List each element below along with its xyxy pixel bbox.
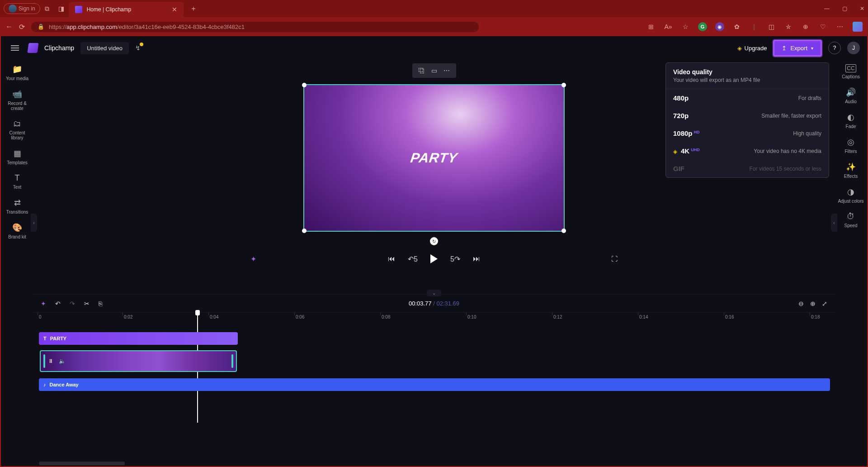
rewind-5-button[interactable]: ↶5 xyxy=(408,255,418,263)
workspaces-icon[interactable]: ⧉ xyxy=(45,5,49,13)
preview-overlay-text: PARTY xyxy=(410,150,459,166)
export-option-desc: For videos 15 seconds or less xyxy=(750,166,821,172)
sidebar-item-filters[interactable]: ◎Filters xyxy=(836,137,865,154)
duplicate-button[interactable]: ⎘ xyxy=(99,300,102,307)
sidebar-item-fade[interactable]: ◐Fade xyxy=(836,112,865,129)
project-title-input[interactable]: Untitled video xyxy=(80,42,129,54)
copilot-icon[interactable] xyxy=(853,22,863,32)
browser-tab[interactable]: Home | Clipchamp ✕ xyxy=(69,2,184,17)
timeline-tracks: T PARTY ⏸ 🔈 ♪ Dance Away xyxy=(33,323,835,392)
read-aloud-icon[interactable]: A» xyxy=(664,22,673,31)
collections-icon[interactable]: ⊕ xyxy=(801,22,810,31)
zoom-fit-button[interactable]: ⤢ xyxy=(822,300,827,307)
fullscreen-button[interactable]: ⛶ xyxy=(611,255,618,262)
play-button[interactable] xyxy=(430,254,438,263)
minimize-button[interactable]: — xyxy=(824,5,830,12)
timeline-toolbar: ✦ ↶ ↷ ✂ ⎘ 00:03.77 / 02:31.69 ⊖ ⊕ ⤢ xyxy=(33,294,835,312)
clipchamp-app: Clipchamp Untitled video ↯ ◈ Upgrade ↥ E… xyxy=(0,36,868,467)
resize-handle-bl[interactable] xyxy=(302,229,307,233)
more-icon[interactable]: ⋯ xyxy=(835,22,844,31)
browser-essentials-icon[interactable]: ♡ xyxy=(818,22,827,31)
url-text: https://app.clipchamp.com/editor/3a41c16… xyxy=(49,24,245,30)
favorite-icon[interactable]: ☆ xyxy=(681,22,690,31)
grammarly-icon[interactable]: G xyxy=(698,22,707,31)
tab-close-icon[interactable]: ✕ xyxy=(172,6,177,13)
text-clip[interactable]: T PARTY xyxy=(39,332,238,345)
ai-edit-button[interactable]: ✦ xyxy=(41,300,46,307)
sidebar-item-your-media[interactable]: 📁Your media xyxy=(3,64,32,81)
sidebar-item-content-library[interactable]: 🗂Content library xyxy=(3,119,32,140)
sidebar-item-templates[interactable]: ▦Templates xyxy=(3,148,32,165)
back-button[interactable]: ← xyxy=(5,23,13,31)
extension-icon[interactable]: ◉ xyxy=(715,22,724,31)
export-option-480p[interactable]: 480pFor drafts xyxy=(666,89,829,107)
diamond-icon: ◈ xyxy=(673,148,677,155)
volume-icon[interactable]: 🔈 xyxy=(59,358,66,364)
resize-handle-tl[interactable] xyxy=(302,83,307,87)
more-options-button[interactable]: ⋯ xyxy=(443,67,450,74)
split-button[interactable]: ✂ xyxy=(84,300,90,307)
resize-handle-tr[interactable] xyxy=(561,83,566,87)
url-input[interactable]: 🔒 https://app.clipchamp.com/editor/3a41c… xyxy=(31,22,479,32)
export-option-desc: Smaller file, faster export xyxy=(761,113,821,119)
favorites-bar-icon[interactable]: ✮ xyxy=(784,22,793,31)
playback-controls: ✦ ⏮ ↶5 5↷ ⏭ ⛶ xyxy=(33,254,835,263)
export-option-gif: GIFFor videos 15 seconds or less xyxy=(666,160,829,177)
sync-status-icon[interactable]: ↯ xyxy=(135,44,141,52)
zoom-in-button[interactable]: ⊕ xyxy=(810,300,816,307)
extensions-icon[interactable]: ✿ xyxy=(732,22,741,31)
timeline-scrollbar[interactable] xyxy=(39,462,125,465)
undo-button[interactable]: ↶ xyxy=(55,300,61,307)
sidebar-item-record[interactable]: 📹Record & create xyxy=(3,89,32,111)
sidebar-item-adjust-colors[interactable]: ◑Adjust colors xyxy=(836,187,865,204)
upgrade-button[interactable]: ◈ Upgrade xyxy=(737,45,767,52)
app-available-icon[interactable]: ⊞ xyxy=(646,22,656,31)
upgrade-label: Upgrade xyxy=(745,45,767,52)
export-option-4k[interactable]: ◈4KUHDYour video has no 4K media xyxy=(666,142,829,160)
crop-button[interactable]: ⿻ xyxy=(419,67,425,74)
export-option-desc: High quality xyxy=(793,130,821,137)
video-preview[interactable]: PARTY ↻ xyxy=(303,84,565,232)
export-option-1080p[interactable]: 1080pHDHigh quality xyxy=(666,124,829,142)
export-button[interactable]: ↥ Export ▾ xyxy=(773,40,822,57)
resize-handle-br[interactable] xyxy=(561,229,566,233)
clip-trim-left[interactable] xyxy=(43,354,45,368)
skip-end-button[interactable]: ⏭ xyxy=(473,255,480,263)
lock-icon: 🔒 xyxy=(38,24,44,30)
menu-button[interactable] xyxy=(8,43,22,53)
sidebar-item-brand-kit[interactable]: 🎨Brand kit xyxy=(3,223,32,239)
close-window-button[interactable]: ✕ xyxy=(860,5,864,12)
new-tab-button[interactable]: ＋ xyxy=(190,4,197,14)
sidebar-item-transitions[interactable]: ⇄Transitions xyxy=(3,198,32,214)
maximize-button[interactable]: ▢ xyxy=(842,5,847,12)
tab-actions-icon[interactable]: ◨ xyxy=(58,5,64,12)
sidebar-item-audio[interactable]: 🔊Audio xyxy=(836,87,865,104)
help-button[interactable]: ? xyxy=(828,42,841,54)
ruler-tick: 0:14 xyxy=(639,315,648,319)
zoom-out-button[interactable]: ⊖ xyxy=(798,300,804,307)
audio-clip[interactable]: ♪ Dance Away xyxy=(39,378,830,391)
timeline-collapse-button[interactable]: ⌄ xyxy=(427,290,441,296)
=[interactable]: ⏸ xyxy=(48,358,53,364)
export-option-720p[interactable]: 720pSmaller file, faster export xyxy=(666,107,829,124)
timeline-ruler[interactable]: 00:020:040:060:080:100:120:140:160:18 xyxy=(33,312,835,323)
export-option-label: 4K xyxy=(681,147,689,155)
sidebar-item-speed[interactable]: ⏱Speed xyxy=(836,212,865,228)
user-avatar[interactable]: J xyxy=(847,42,860,54)
export-quality-menu: Video quality Your video will export as … xyxy=(665,62,829,178)
skip-start-button[interactable]: ⏮ xyxy=(388,255,395,263)
sidebar-item-effects[interactable]: ✨Effects xyxy=(836,162,865,179)
video-clip[interactable]: ⏸ 🔈 xyxy=(40,350,237,372)
avatar-icon xyxy=(9,5,17,13)
ai-sparkle-button[interactable]: ✦ xyxy=(250,255,256,263)
redo-button[interactable]: ↷ xyxy=(70,300,75,307)
refresh-button[interactable]: ⟳ xyxy=(19,23,25,31)
signin-button[interactable]: Sign in xyxy=(4,3,40,14)
forward-5-button[interactable]: 5↷ xyxy=(450,255,460,263)
clip-trim-right[interactable] xyxy=(231,354,233,368)
fit-button[interactable]: ▭ xyxy=(431,67,437,74)
split-screen-icon[interactable]: ◫ xyxy=(767,22,776,31)
sidebar-item-captions[interactable]: CCCaptions xyxy=(836,64,865,79)
rotate-handle[interactable]: ↻ xyxy=(430,237,438,245)
sidebar-item-text[interactable]: TText xyxy=(3,173,32,190)
